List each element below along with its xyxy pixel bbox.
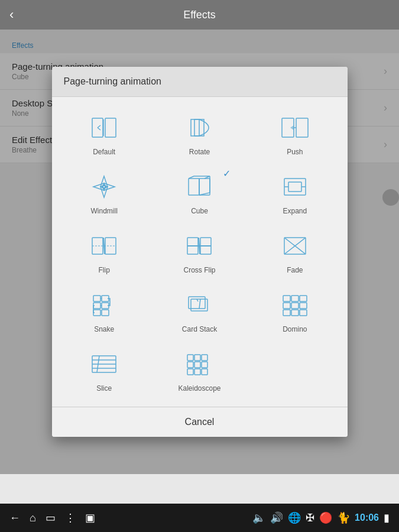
svg-rect-50 — [300, 310, 307, 316]
svg-rect-14 — [189, 179, 199, 195]
svg-rect-6 — [296, 118, 308, 137]
kaleidoscope-icon — [183, 348, 216, 381]
effect-item-snake[interactable]: Snake — [57, 281, 152, 340]
svg-rect-60 — [194, 362, 200, 368]
status-bar: ← ⌂ ▭ ⋮ ▣ 🔈 🔊 🌐 ✠ 🔴 🐈 10:06 ▮ — [0, 504, 399, 532]
page-title: Effects — [183, 9, 216, 21]
effect-item-fade[interactable]: Fade — [247, 222, 342, 281]
check-icon: ✓ — [223, 168, 231, 179]
effect-item-flip[interactable]: Flip — [57, 222, 152, 281]
effect-label-cube: Cube — [191, 207, 208, 215]
effect-item-crossflip[interactable]: Cross Flip — [152, 222, 247, 281]
svg-rect-32 — [93, 296, 100, 301]
svg-rect-44 — [300, 296, 307, 301]
effect-item-push[interactable]: Push — [247, 104, 342, 163]
windmill-icon — [87, 170, 121, 203]
svg-rect-43 — [291, 296, 299, 301]
effect-item-domino[interactable]: Domino — [247, 281, 342, 340]
svg-rect-62 — [187, 369, 193, 375]
flip-icon — [87, 229, 121, 262]
volume-mute-icon: 🔈 — [252, 511, 265, 524]
effect-label-flip: Flip — [98, 266, 109, 274]
svg-line-4 — [98, 128, 100, 130]
status-bar-left: ← ⌂ ▭ ⋮ ▣ — [9, 511, 95, 524]
svg-rect-59 — [187, 362, 193, 368]
status-bar-right: 🔈 🔊 🌐 ✠ 🔴 🐈 10:06 ▮ — [252, 511, 390, 524]
app-icon-3: 🐈 — [337, 511, 350, 524]
app-icon-1: 🌐 — [288, 511, 301, 524]
effect-label-push: Push — [287, 148, 303, 156]
effect-label-expand: Expand — [283, 207, 307, 215]
svg-rect-49 — [291, 310, 299, 316]
default-icon — [87, 111, 121, 144]
domino-icon — [278, 288, 312, 322]
effect-item-windmill[interactable]: Windmill — [57, 163, 152, 222]
svg-line-3 — [98, 125, 100, 128]
rotate-icon — [183, 111, 216, 144]
dialog-content: Default Rotate — [52, 97, 348, 407]
svg-rect-15 — [199, 179, 210, 195]
screenshot-icon[interactable]: ▣ — [85, 511, 95, 524]
effect-label-fade: Fade — [287, 266, 303, 274]
battery-icon: ▮ — [384, 511, 390, 524]
status-time: 10:06 — [355, 512, 379, 523]
effect-label-rotate: Rotate — [189, 148, 210, 156]
effect-item-expand[interactable]: Expand — [247, 163, 342, 222]
svg-rect-56 — [187, 355, 193, 361]
recents-icon[interactable]: ▭ — [46, 511, 56, 524]
home-icon[interactable]: ⌂ — [30, 512, 36, 524]
svg-line-40 — [199, 299, 200, 309]
effect-label-windmill: Windmill — [90, 207, 117, 215]
effect-item-rotate[interactable]: Rotate — [152, 104, 247, 163]
svg-rect-58 — [202, 355, 207, 361]
snake-icon — [87, 288, 121, 322]
usb-icon: ✠ — [306, 511, 314, 524]
svg-rect-48 — [283, 310, 290, 316]
top-bar: ‹ Effects — [0, 0, 399, 30]
effect-label-cardstack: Card Stack — [182, 325, 217, 333]
effect-label-domino: Domino — [283, 325, 307, 333]
svg-rect-46 — [291, 303, 299, 309]
effect-item-default[interactable]: Default — [57, 104, 152, 163]
slice-icon — [87, 348, 121, 381]
svg-rect-45 — [283, 303, 290, 309]
dialog-overlay: Page-turning animation Default — [0, 30, 399, 474]
volume-icon: 🔊 — [270, 511, 283, 524]
fade-icon — [278, 229, 312, 262]
effect-label-kaleidoscope: Kaleidoscope — [178, 384, 220, 392]
back-nav-icon[interactable]: ← — [9, 512, 20, 524]
effect-label-slice: Slice — [96, 384, 112, 392]
back-button[interactable]: ‹ — [9, 7, 14, 22]
svg-rect-18 — [288, 182, 301, 192]
expand-icon — [278, 170, 312, 203]
effect-label-crossflip: Cross Flip — [183, 266, 215, 274]
cube-icon — [183, 170, 216, 203]
dialog-title: Page-turning animation — [52, 67, 348, 97]
svg-rect-63 — [194, 369, 200, 375]
effect-label-default: Default — [93, 148, 115, 156]
svg-rect-42 — [283, 296, 290, 301]
effect-item-kaleidoscope[interactable]: Kaleidoscope — [152, 340, 247, 400]
svg-rect-64 — [202, 369, 207, 375]
effect-item-cardstack[interactable]: Card Stack — [152, 281, 247, 340]
svg-marker-8 — [290, 125, 294, 130]
effect-label-snake: Snake — [94, 325, 114, 333]
cardstack-icon — [183, 288, 216, 322]
app-icon-2: 🔴 — [319, 511, 332, 524]
effect-item-cube[interactable]: ✓ Cube — [152, 163, 247, 222]
svg-rect-37 — [102, 310, 109, 316]
svg-rect-57 — [194, 355, 200, 361]
dialog: Page-turning animation Default — [52, 67, 348, 437]
menu-icon[interactable]: ⋮ — [65, 511, 76, 524]
cancel-button[interactable]: Cancel — [52, 407, 348, 437]
push-icon — [278, 111, 312, 144]
effects-grid: Default Rotate — [57, 104, 343, 400]
svg-rect-1 — [105, 118, 116, 137]
svg-rect-47 — [300, 303, 307, 309]
effect-item-slice[interactable]: Slice — [57, 340, 152, 400]
crossflip-icon — [183, 229, 216, 262]
svg-rect-61 — [202, 362, 207, 368]
